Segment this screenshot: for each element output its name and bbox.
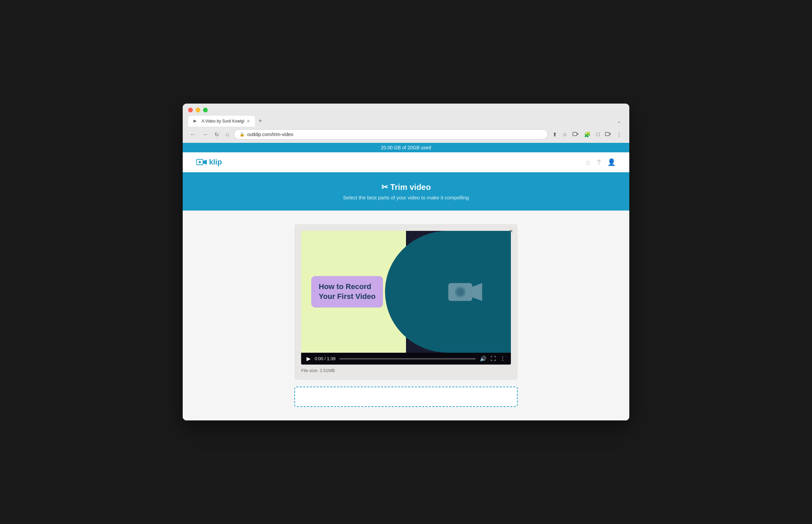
- tab-menu-button[interactable]: ⌄: [614, 117, 624, 125]
- tab-title: A Video by Sunil Kowlgi: [202, 119, 244, 124]
- svg-point-9: [457, 289, 464, 296]
- maximize-traffic-light[interactable]: [203, 108, 208, 112]
- browser-menu-button[interactable]: ⋮: [614, 130, 624, 139]
- back-button[interactable]: ←: [188, 130, 198, 139]
- more-options-button[interactable]: ⋮: [500, 356, 506, 362]
- close-traffic-light[interactable]: [188, 108, 193, 112]
- traffic-lights: [188, 108, 624, 112]
- share-button[interactable]: ⬆: [551, 130, 559, 139]
- video-card: × How to Record Your First Video: [294, 224, 518, 380]
- video-title-line2: Your First Video: [319, 292, 375, 301]
- svg-marker-5: [203, 160, 207, 164]
- tabs-row: ▶ A Video by Sunil Kowlgi × + ⌄: [188, 116, 624, 127]
- svg-marker-10: [472, 283, 482, 301]
- page-title: ✂ Trim video: [196, 182, 616, 192]
- time-display: 0:00 / 1:39: [315, 356, 335, 361]
- svg-rect-2: [605, 132, 609, 136]
- extensions-button[interactable]: 🧩: [582, 130, 593, 139]
- help-button[interactable]: ?: [597, 159, 600, 166]
- toolbar-icons: ⬆ ☆ 🧩 □ ⋮: [551, 130, 624, 139]
- browser-tab[interactable]: ▶ A Video by Sunil Kowlgi ×: [188, 116, 255, 127]
- home-button[interactable]: ⌂: [224, 130, 231, 139]
- bookmark-button[interactable]: ☆: [560, 130, 569, 139]
- storage-text: 20.00 GB of 20GB used: [381, 145, 432, 150]
- trim-clips-area[interactable]: [294, 387, 518, 407]
- browser-titlebar: ▶ A Video by Sunil Kowlgi × + ⌄: [183, 103, 629, 127]
- tab-favicon-icon: ▶: [193, 118, 199, 124]
- minimize-traffic-light[interactable]: [196, 108, 200, 112]
- video-title-card: How to Record Your First Video: [311, 276, 383, 307]
- record-button[interactable]: [603, 130, 613, 139]
- logo-icon: [196, 158, 207, 166]
- page-header-banner: ✂ Trim video Select the best parts of yo…: [183, 172, 629, 211]
- forward-button[interactable]: →: [200, 130, 210, 139]
- sidebar-button[interactable]: □: [594, 130, 602, 139]
- app-header-icons: ⌂ ? 👤: [586, 158, 616, 166]
- url-text: outklip.com/trim-video: [247, 132, 542, 137]
- app-logo[interactable]: klip: [196, 158, 222, 166]
- fullscreen-button[interactable]: ⛶: [491, 356, 496, 362]
- app-header: klip ⌂ ? 👤: [183, 152, 629, 172]
- address-bar-row: ← → ↻ ⌂ 🔒 outklip.com/trim-video ⬆ ☆ 🧩 □: [183, 127, 629, 143]
- video-title-line1: How to Record: [319, 282, 375, 292]
- logo-text: klip: [209, 158, 222, 166]
- main-content: × How to Record Your First Video: [183, 211, 629, 421]
- user-button[interactable]: 👤: [607, 158, 616, 166]
- app-content: 20.00 GB of 20GB used klip ⌂ ?: [183, 143, 629, 421]
- camera-extension-button[interactable]: [571, 130, 580, 139]
- browser-window: ▶ A Video by Sunil Kowlgi × + ⌄ ← → ↻ ⌂ …: [183, 103, 629, 421]
- svg-rect-0: [573, 132, 577, 136]
- play-button[interactable]: ▶: [306, 356, 310, 362]
- home-nav-button[interactable]: ⌂: [586, 159, 590, 166]
- new-tab-button[interactable]: +: [255, 116, 266, 126]
- storage-banner: 20.00 GB of 20GB used: [183, 143, 629, 152]
- address-bar[interactable]: 🔒 outklip.com/trim-video: [234, 129, 548, 140]
- file-size: File size: 2.51MB: [301, 368, 511, 373]
- refresh-button[interactable]: ↻: [213, 130, 221, 139]
- volume-button[interactable]: 🔊: [480, 356, 487, 362]
- video-controls: ▶ 0:00 / 1:39 🔊 ⛶ ⋮: [301, 353, 511, 364]
- camera-icon: [446, 278, 484, 306]
- lock-icon: 🔒: [239, 132, 244, 137]
- svg-point-6: [199, 161, 201, 163]
- page-subtitle: Select the best parts of your video to m…: [196, 195, 616, 200]
- progress-bar[interactable]: [339, 358, 476, 360]
- video-thumbnail: How to Record Your First Video: [301, 231, 511, 353]
- video-player: How to Record Your First Video: [301, 231, 511, 364]
- tab-close-button[interactable]: ×: [247, 119, 250, 124]
